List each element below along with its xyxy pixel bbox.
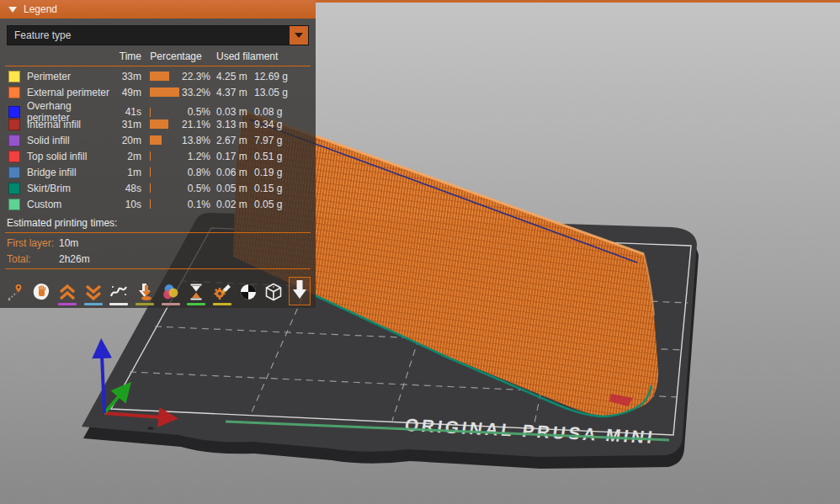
feature-color-swatch [8,183,20,194]
feature-row: External perimeter49m33.2%4.37 m13.05 g [0,84,316,100]
feature-time: 49m [111,87,141,98]
tool-marker-icon[interactable] [289,277,311,305]
feature-label: Perimeter [27,71,111,82]
filament-weight: 0.19 g [254,167,293,178]
feature-time: 10s [111,199,141,210]
feature-percentage: 0.8% [177,167,210,178]
percentage-bar [141,167,177,177]
view-type-dropdown[interactable]: Feature type [7,25,309,45]
collapse-triangle-icon [8,7,17,13]
filament-length: 0.02 m [210,199,254,210]
feature-color-swatch [8,135,20,146]
divider [5,232,311,233]
preview-toolbar [0,271,316,305]
feature-label: Internal infill [27,119,111,130]
feature-label: Custom [27,199,111,210]
filament-length: 3.13 m [210,119,254,130]
column-percentage: Percentage [141,50,210,62]
feature-percentage: 1.2% [177,151,210,162]
feature-time: 20m [111,135,141,146]
tool-changes-icon[interactable] [134,279,156,305]
feature-color-swatch [8,167,20,178]
seams-icon[interactable] [109,279,130,305]
percentage-bar [141,88,177,97]
filament-length: 4.25 m [210,71,254,82]
feature-table-header: Time Percentage Used filament [0,49,316,64]
feature-label: Bridge infill [27,167,111,178]
feature-row: Solid infill20m13.8%2.67 m7.97 g [0,132,316,148]
feature-table: Perimeter33m22.3%4.25 m12.69 gExternal p… [0,68,316,212]
filament-weight: 9.34 g [254,119,293,130]
divider [5,66,311,66]
feature-color-swatch [8,106,20,118]
view-type-value: Feature type [8,26,290,45]
first-layer-row: First layer: 10m [0,235,316,251]
feature-label: Solid infill [27,135,111,146]
legend-panel: Legend Feature type Time Percentage Used… [0,0,316,308]
percentage-bar [141,199,177,209]
color-changes-icon[interactable] [160,279,182,305]
total-time-row: Total: 2h26m [0,251,316,267]
feature-percentage: 0.1% [177,199,210,210]
shells-icon[interactable] [237,279,259,305]
filament-length: 2.67 m [210,135,254,146]
feature-time: 41s [111,106,141,118]
feature-time: 1m [111,167,141,178]
total-value: 2h26m [59,253,316,265]
feature-percentage: 33.2% [177,87,210,98]
feature-label: External perimeter [27,87,111,98]
feature-percentage: 22.3% [177,71,210,82]
filament-length: 0.06 m [210,167,254,178]
travel-icon[interactable] [5,279,27,305]
slicer-preview-window: ORIGINAL PRUSA MINI Legend Feature type [0,0,840,504]
feature-color-swatch [8,151,20,162]
feature-color-swatch [8,87,20,98]
retractions-icon[interactable] [56,279,78,305]
feature-time: 33m [111,71,141,82]
chevron-down-icon [295,33,303,38]
legend-title: Legend [24,3,57,15]
filament-length: 0.03 m [210,106,254,118]
percentage-bar [141,151,177,161]
column-used-filament: Used filament [210,50,293,62]
filament-weight: 12.69 g [254,71,293,82]
column-time: Time [111,50,141,62]
filament-weight: 0.05 g [254,199,293,210]
percentage-bar-fill [150,135,162,145]
percentage-bar [141,135,177,145]
filament-weight: 0.51 g [254,151,293,162]
pause-prints-icon[interactable] [185,279,207,305]
wipe-icon[interactable] [31,279,53,305]
feature-percentage: 13.8% [177,135,210,146]
first-layer-value: 10m [59,237,316,249]
feature-row: Internal infill31m21.1%3.13 m9.34 g [0,116,316,132]
estimated-times-title: Estimated printing times: [0,212,316,231]
first-layer-label: First layer: [7,237,59,249]
feature-label: Skirt/Brim [27,183,111,194]
percentage-bar [141,183,177,193]
percentage-bar-fill [150,151,151,161]
feature-time: 48s [111,183,141,194]
percentage-bar [141,72,177,81]
feature-time: 31m [111,119,141,130]
feature-percentage: 0.5% [177,183,210,194]
feature-percentage: 0.5% [177,106,210,118]
feature-row: Perimeter33m22.3%4.25 m12.69 g [0,68,316,84]
feature-color-swatch [8,71,20,82]
percentage-bar-fill [150,119,168,129]
feature-label: Top solid infill [27,151,111,162]
percentage-bar-fill [150,108,151,117]
feature-color-swatch [8,119,20,130]
filament-length: 0.05 m [210,183,254,194]
custom-gcode-icon[interactable] [211,279,233,305]
deretractions-icon[interactable] [82,279,104,305]
filament-weight: 7.97 g [254,135,293,146]
preview-box-icon[interactable] [263,279,284,305]
dropdown-arrow-button[interactable] [290,26,308,45]
filament-length: 0.17 m [210,151,254,162]
percentage-bar-fill [150,88,179,97]
feature-time: 2m [111,151,141,162]
filament-weight: 0.15 g [254,183,293,194]
feature-row: Skirt/Brim48s0.5%0.05 m0.15 g [0,180,316,196]
legend-header[interactable]: Legend [0,0,316,19]
